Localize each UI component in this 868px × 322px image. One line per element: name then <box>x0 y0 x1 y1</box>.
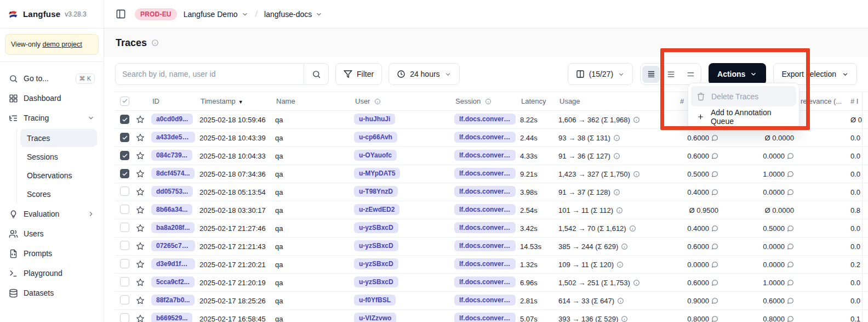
bookmark-star[interactable] <box>136 188 151 196</box>
sidebar-item-sessions[interactable]: Sessions <box>20 148 97 166</box>
session-cell[interactable]: lf.docs.conversation... <box>454 222 520 235</box>
user-cell[interactable]: u-yzSBxcD <box>354 258 454 271</box>
table-row[interactable]: a433de51...2025-02-18 10:43:39qau-cp66Av… <box>115 129 868 147</box>
row-checkbox[interactable] <box>115 241 136 252</box>
table-row[interactable]: 88f2a7b0...2025-02-17 18:25:26qau-f0YfBS… <box>115 292 868 310</box>
user-cell[interactable]: u-cp66Avh <box>354 132 454 144</box>
header-id[interactable]: ID <box>151 97 199 105</box>
table-row[interactable]: 084c739...2025-02-18 10:04:33qau-OYauofc… <box>115 147 868 165</box>
user-cell[interactable]: u-yzSBxcD <box>354 276 454 289</box>
bookmark-star[interactable] <box>136 170 151 178</box>
sidebar-toggle-icon[interactable] <box>113 7 128 22</box>
table-row[interactable]: d3e9d1f2...2025-02-17 21:20:21qau-yzSBxc… <box>115 256 868 274</box>
demo-project-link[interactable]: demo project <box>42 41 82 48</box>
bookmark-star[interactable] <box>136 314 151 322</box>
user-cell[interactable]: u-yzSBxcD <box>354 240 454 253</box>
row-checkbox[interactable] <box>115 187 136 197</box>
filter-button[interactable]: Filter <box>335 63 382 85</box>
row-height-small-button[interactable] <box>642 66 660 83</box>
bookmark-star[interactable] <box>136 224 151 233</box>
sidebar-item-tracing[interactable]: Tracing <box>4 108 99 128</box>
row-checkbox[interactable] <box>115 133 136 143</box>
bookmark-star[interactable] <box>136 151 151 160</box>
sidebar-item-playground[interactable]: Playground <box>4 263 99 283</box>
row-checkbox[interactable] <box>115 295 136 306</box>
header-user[interactable]: User <box>354 97 454 105</box>
info-icon[interactable] <box>151 39 159 47</box>
row-checkbox[interactable] <box>115 277 136 288</box>
row-checkbox[interactable] <box>115 115 136 125</box>
session-cell[interactable]: lf.docs.conversation... <box>454 240 520 253</box>
header-last[interactable]: # I <box>849 92 863 110</box>
search-input[interactable] <box>115 63 304 85</box>
sidebar-item-traces[interactable]: Traces <box>20 129 97 147</box>
time-range-button[interactable]: 24 hours <box>389 63 459 85</box>
sidebar-item-observations[interactable]: Observations <box>20 166 97 184</box>
trace-id-cell[interactable]: 8b66a34... <box>151 204 199 217</box>
session-cell[interactable]: lf.docs.conversation... <box>454 168 520 180</box>
project-selector[interactable]: langfuse-docs <box>264 10 323 19</box>
sidebar-item-evaluation[interactable]: Evaluation <box>4 204 99 224</box>
trace-id-cell[interactable]: a0cd0d9... <box>151 114 199 126</box>
row-height-medium-button[interactable] <box>662 66 679 83</box>
trace-id-cell[interactable]: d3e9d1f2... <box>151 258 199 271</box>
table-row[interactable]: 07265c7a...2025-02-17 21:21:43qau-yzSBxc… <box>115 238 868 256</box>
select-all-checkbox[interactable] <box>120 97 129 106</box>
table-row[interactable]: 5cca9cf2...2025-02-17 21:20:19qau-yzSBxc… <box>115 274 868 292</box>
header-relevance[interactable]: relevance (... <box>800 97 849 105</box>
table-row[interactable]: 8dcf4574...2025-02-18 07:34:36qau-MYpDAT… <box>115 165 868 183</box>
export-selection-button[interactable]: Export selection <box>773 63 857 85</box>
sidebar-item-datasets[interactable]: Datasets <box>4 283 99 303</box>
user-cell[interactable]: u-f0YfBSL <box>354 295 454 307</box>
session-cell[interactable]: lf.docs.conversation... <box>454 258 520 271</box>
header-usage[interactable]: Usage <box>558 97 679 105</box>
session-cell[interactable]: lf.docs.conversation... <box>454 204 520 217</box>
bookmark-star[interactable] <box>136 133 151 142</box>
menu-item-add-to-annotation-queue[interactable]: Add to Annotation Queue <box>691 106 796 127</box>
trace-id-cell[interactable]: 07265c7a... <box>151 240 199 253</box>
session-cell[interactable]: lf.docs.conversation... <box>454 276 520 289</box>
header-session[interactable]: Session <box>454 97 520 105</box>
header-name[interactable]: Name <box>275 97 354 105</box>
sidebar-item-prompts[interactable]: Prompts <box>4 244 99 263</box>
table-row[interactable]: ba8a208f...2025-02-17 21:27:46qau-yzSBxc… <box>115 219 868 238</box>
user-cell[interactable]: u-yzSBxcD <box>354 222 454 235</box>
row-checkbox[interactable] <box>115 205 136 216</box>
user-cell[interactable]: u-MYpDAT5 <box>354 168 454 180</box>
bookmark-star[interactable] <box>136 296 151 305</box>
trace-id-cell[interactable]: a433de51... <box>151 132 199 144</box>
table-row[interactable]: 8b66a34...2025-02-18 03:30:17qau-zEwdED2… <box>115 201 868 219</box>
user-cell[interactable]: u-zEwdED2 <box>354 204 454 217</box>
sidebar-item-dashboard[interactable]: Dashboard <box>4 88 99 108</box>
row-checkbox[interactable] <box>115 169 136 179</box>
bookmark-star[interactable] <box>136 206 151 214</box>
trace-id-cell[interactable]: 8dcf4574... <box>151 168 199 180</box>
columns-button[interactable]: (15/27) <box>568 63 633 85</box>
bookmark-star[interactable] <box>136 242 151 251</box>
session-cell[interactable]: lf.docs.conversation... <box>454 313 520 322</box>
user-cell[interactable]: u-OYauofc <box>354 150 454 162</box>
row-checkbox[interactable] <box>115 259 136 270</box>
row-height-large-button[interactable] <box>682 66 699 83</box>
session-cell[interactable]: lf.docs.conversation... <box>454 132 520 144</box>
header-latency[interactable]: Latency <box>520 97 558 105</box>
trace-id-cell[interactable]: 5cca9cf2... <box>151 276 199 289</box>
bookmark-star[interactable] <box>136 260 151 269</box>
actions-button[interactable]: Actions <box>709 63 766 85</box>
table-row[interactable]: b669529...2025-02-17 16:58:45qau-VIZzvwo… <box>115 310 868 322</box>
row-checkbox[interactable] <box>115 313 136 322</box>
bookmark-star[interactable] <box>136 115 151 124</box>
session-cell[interactable]: lf.docs.conversation... <box>454 150 520 162</box>
trace-id-cell[interactable]: b669529... <box>151 313 199 322</box>
session-cell[interactable]: lf.docs.conversation... <box>454 186 520 199</box>
row-checkbox[interactable] <box>115 223 136 234</box>
search-button[interactable] <box>304 63 329 85</box>
session-cell[interactable]: lf.docs.conversation... <box>454 295 520 307</box>
menu-item-delete-traces[interactable]: Delete Traces <box>691 86 796 106</box>
user-cell[interactable]: u-VIZzvwo <box>354 313 454 322</box>
row-checkbox[interactable] <box>115 151 136 161</box>
bookmark-star[interactable] <box>136 278 151 287</box>
trace-id-cell[interactable]: ba8a208f... <box>151 222 199 235</box>
sidebar-item-scores[interactable]: Scores <box>20 185 97 203</box>
trace-id-cell[interactable]: dd05753... <box>151 186 199 199</box>
